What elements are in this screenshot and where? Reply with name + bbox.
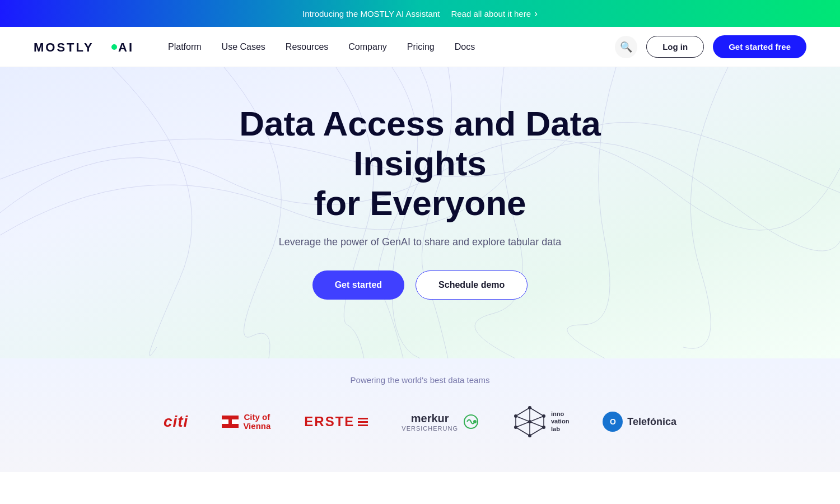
svg-line-16	[530, 416, 544, 422]
header-actions: 🔍 Log in Get started free	[615, 35, 806, 58]
nav-item-resources[interactable]: Resources	[286, 42, 328, 52]
logos-row: citi City ofVienna ERSTE	[34, 405, 806, 438]
banner-link-text: Read all about it here	[451, 9, 531, 18]
banner-intro-text: Introducing the MOSTLY AI Assistant	[302, 9, 440, 18]
nav-item-company[interactable]: Company	[348, 42, 386, 52]
svg-point-21	[528, 406, 531, 409]
svg-point-27	[528, 420, 531, 423]
telefonica-circle-icon: O	[603, 412, 623, 432]
svg-point-25	[514, 426, 517, 429]
innova-label: innovationlab	[551, 410, 569, 433]
erste-text: ERSTE	[304, 414, 354, 430]
vienna-flag-icon	[222, 416, 239, 428]
hero-buttons: Get started Schedule demo	[312, 270, 528, 300]
search-icon: 🔍	[620, 41, 632, 53]
svg-point-22	[542, 414, 545, 418]
svg-point-26	[514, 414, 517, 418]
svg-line-20	[516, 416, 530, 422]
merkur-sub-text: VERSICHERUNG	[402, 425, 458, 432]
svg-line-17	[530, 422, 544, 427]
logo-city-of-vienna: City ofVienna	[222, 413, 270, 431]
nav-item-docs[interactable]: Docs	[455, 42, 475, 52]
hero-get-started-button[interactable]: Get started	[312, 270, 404, 300]
nav-item-use-cases[interactable]: Use Cases	[222, 42, 265, 52]
svg-point-23	[542, 426, 545, 429]
logo[interactable]: MOSTLY AI	[34, 37, 134, 57]
logo-merkur: merkur VERSICHERUNG	[402, 412, 479, 432]
logo-svg: MOSTLY AI	[34, 37, 134, 57]
svg-line-11	[530, 427, 544, 436]
svg-point-1	[111, 44, 117, 50]
nav-item-platform[interactable]: Platform	[168, 42, 202, 52]
hero-section: Data Access and Data Insights for Everyo…	[0, 67, 840, 358]
top-banner: Introducing the MOSTLY AI Assistant Read…	[0, 0, 840, 27]
svg-rect-6	[228, 417, 232, 427]
svg-point-24	[528, 434, 531, 437]
logo-citi: citi	[164, 413, 188, 431]
erste-lines-icon	[358, 418, 368, 426]
hero-title: Data Access and Data Insights for Everyo…	[202, 104, 638, 223]
logo-telefonica: O Telefónica	[603, 412, 676, 432]
svg-line-9	[530, 408, 544, 416]
main-nav: Platform Use Cases Resources Company Pri…	[168, 42, 592, 52]
merkur-logo-text: merkur	[402, 412, 458, 425]
vienna-text: City ofVienna	[243, 413, 270, 431]
hero-subtitle: Leverage the power of GenAI to share and…	[279, 236, 561, 248]
svg-line-12	[516, 427, 530, 436]
hero-schedule-demo-button[interactable]: Schedule demo	[416, 270, 528, 300]
logos-section: Powering the world's best data teams cit…	[0, 358, 840, 472]
telefonica-name-text: Telefónica	[627, 416, 676, 428]
svg-text:AI: AI	[118, 40, 134, 54]
merkur-icon	[463, 413, 479, 430]
header: MOSTLY AI Platform Use Cases Resources C…	[0, 27, 840, 67]
nav-item-pricing[interactable]: Pricing	[407, 42, 435, 52]
svg-point-8	[473, 420, 477, 423]
svg-line-19	[516, 422, 530, 427]
svg-text:MOSTLY: MOSTLY	[34, 40, 94, 54]
logos-label: Powering the world's best data teams	[34, 375, 806, 385]
search-button[interactable]: 🔍	[615, 36, 637, 58]
get-started-header-button[interactable]: Get started free	[713, 35, 806, 58]
innovation-lab-icon	[513, 405, 547, 438]
logo-erste: ERSTE	[304, 414, 368, 430]
login-button[interactable]: Log in	[646, 36, 704, 58]
banner-link[interactable]: Read all about it here ›	[451, 8, 538, 20]
svg-line-14	[516, 408, 530, 416]
logo-innovation-lab: innovationlab	[513, 405, 569, 438]
arrow-right-icon: ›	[534, 8, 538, 20]
citi-logo-text: citi	[164, 413, 188, 431]
bottom-section: The MOSTLY AI Platform MOSTLY AI enables…	[0, 472, 840, 504]
